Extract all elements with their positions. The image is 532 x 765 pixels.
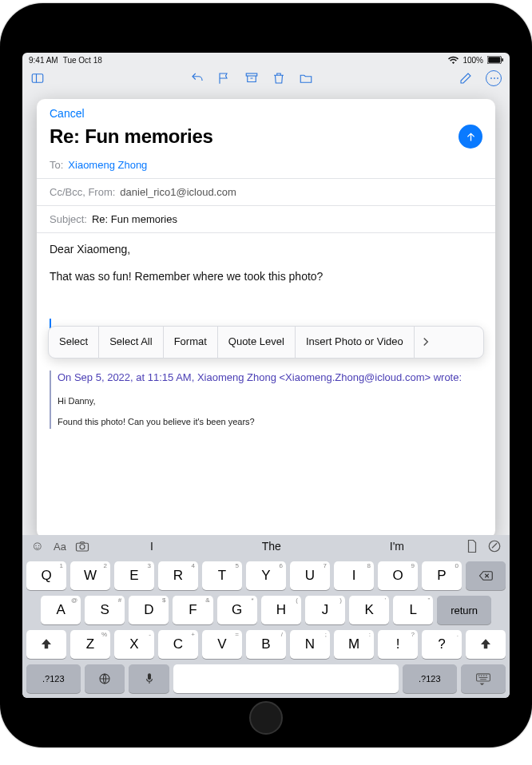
status-battery-text: 100%	[463, 56, 483, 65]
cancel-button[interactable]: Cancel	[50, 107, 482, 120]
onscreen-keyboard[interactable]: ☺ Aa I The I'm	[22, 535, 510, 698]
archive-icon[interactable]	[244, 71, 259, 85]
key-l[interactable]: L"	[393, 596, 433, 624]
ccbcc-label: Cc/Bcc, From:	[50, 186, 115, 198]
more-icon[interactable]: ⋯	[486, 70, 502, 86]
key-q[interactable]: Q1	[26, 561, 66, 590]
key-k[interactable]: K'	[349, 596, 389, 624]
key-r[interactable]: R4	[158, 561, 198, 590]
key-?[interactable]: ?.	[422, 630, 462, 659]
arrow-up-icon	[465, 131, 477, 143]
key-g[interactable]: G*	[217, 596, 257, 624]
from-value: daniel_rico1@icloud.com	[120, 186, 236, 198]
key-b[interactable]: B/	[246, 630, 286, 659]
reply-icon[interactable]	[190, 71, 204, 85]
ctx-insert-photo[interactable]: Insert Photo or Video	[296, 327, 415, 358]
prediction-2[interactable]: The	[262, 540, 281, 553]
key-e[interactable]: E3	[114, 561, 154, 590]
battery-icon	[487, 56, 503, 64]
key-h[interactable]: H(	[261, 596, 301, 624]
quote-header: On Sep 5, 2022, at 11:15 AM, Xiaomeng Zh…	[58, 371, 482, 386]
key-p[interactable]: P0	[422, 561, 462, 590]
key-i[interactable]: I8	[334, 561, 374, 590]
compose-body[interactable]: Dear Xiaomeng, That was so fun! Remember…	[37, 233, 495, 538]
to-value[interactable]: Xiaomeng Zhong	[68, 159, 147, 171]
mail-toolbar: ⋯	[22, 67, 510, 89]
key-o[interactable]: O9	[378, 561, 418, 590]
prediction-3[interactable]: I'm	[390, 540, 404, 553]
numbers-key-left[interactable]: .?123	[26, 664, 81, 693]
svg-point-8	[80, 545, 85, 549]
status-date: Tue Oct 18	[63, 56, 102, 65]
key-z[interactable]: Z%	[70, 630, 110, 659]
ctx-format[interactable]: Format	[164, 327, 218, 358]
prediction-1[interactable]: I	[150, 540, 153, 553]
ctx-quote-level[interactable]: Quote Level	[218, 327, 296, 358]
body-line-1: That was so fun! Remember where we took …	[50, 268, 482, 284]
key-row-3: Z%X-C+V=B/N;M:!??.	[26, 630, 506, 659]
shift-key-left[interactable]	[26, 630, 66, 659]
flag-icon[interactable]	[217, 71, 232, 85]
markup-key[interactable]	[486, 537, 503, 555]
ctx-more-arrow[interactable]	[415, 327, 437, 358]
svg-rect-1	[488, 57, 500, 63]
svg-rect-5	[246, 73, 257, 76]
key-d[interactable]: D$	[129, 596, 169, 624]
key-row-1: Q1W2E3R4T5Y6U7I8O9P0	[26, 561, 506, 590]
key-f[interactable]: F&	[173, 596, 212, 624]
emoji-key[interactable]: ☺	[29, 537, 46, 555]
camera-key[interactable]	[73, 537, 91, 555]
to-field[interactable]: To: Xiaomeng Zhong	[37, 152, 495, 179]
svg-rect-13	[148, 673, 151, 680]
key-u[interactable]: U7	[290, 561, 330, 590]
dismiss-keyboard-key[interactable]	[461, 664, 506, 693]
text-context-menu: Select Select All Format Quote Level Ins…	[48, 326, 484, 359]
wifi-icon	[448, 56, 459, 64]
quote-body-2: Found this photo! Can you believe it's b…	[58, 416, 482, 429]
key-v[interactable]: V=	[202, 630, 242, 659]
dictation-key[interactable]	[129, 664, 169, 693]
to-label: To:	[50, 159, 63, 171]
body-greeting: Dear Xiaomeng,	[50, 241, 482, 257]
send-button[interactable]	[459, 125, 482, 149]
svg-rect-3	[32, 74, 43, 83]
key-a[interactable]: A@	[41, 596, 81, 624]
text-format-key[interactable]: Aa	[51, 537, 69, 555]
spacebar-key[interactable]	[173, 664, 399, 693]
key-c[interactable]: C+	[158, 630, 198, 659]
quote-body-1: Hi Danny,	[58, 395, 482, 408]
backspace-key[interactable]	[466, 561, 506, 590]
key-x[interactable]: X-	[114, 630, 154, 659]
subject-field[interactable]: Subject: Re: Fun memories	[37, 206, 495, 233]
subject-value: Re: Fun memories	[92, 213, 177, 225]
return-key[interactable]: return	[437, 596, 491, 624]
key-w[interactable]: W2	[70, 561, 110, 590]
key-row-2: A@S#D$F&G*H(J)K'L"return	[26, 596, 506, 624]
sidebar-toggle-icon[interactable]	[30, 71, 45, 85]
status-time: 9:41 AM	[29, 56, 58, 65]
globe-key[interactable]	[85, 664, 125, 693]
key-n[interactable]: N;	[290, 630, 330, 659]
key-y[interactable]: Y6	[246, 561, 286, 590]
numbers-key-right[interactable]: .?123	[403, 664, 457, 693]
scan-document-key[interactable]	[463, 537, 481, 555]
key-s[interactable]: S#	[85, 596, 125, 624]
compose-title: Re: Fun memories	[50, 125, 213, 148]
ctx-select[interactable]: Select	[49, 327, 99, 358]
trash-icon[interactable]	[272, 71, 286, 85]
key-![interactable]: !?	[378, 630, 418, 659]
home-button[interactable]	[249, 701, 283, 735]
compose-icon[interactable]	[459, 71, 473, 85]
compose-sheet: Cancel Re: Fun memories To: Xiaomeng Zho…	[37, 99, 495, 538]
key-row-4: .?123 .?123	[26, 664, 506, 693]
key-j[interactable]: J)	[305, 596, 345, 624]
key-m[interactable]: M:	[334, 630, 374, 659]
shift-key-right[interactable]	[466, 630, 506, 659]
subject-label: Subject:	[50, 213, 87, 225]
key-t[interactable]: T5	[202, 561, 242, 590]
status-bar: 9:41 AM Tue Oct 18 100%	[22, 53, 510, 67]
move-folder-icon[interactable]	[299, 71, 313, 85]
ccbcc-field[interactable]: Cc/Bcc, From: daniel_rico1@icloud.com	[37, 179, 495, 206]
ctx-select-all[interactable]: Select All	[99, 327, 163, 358]
chevron-right-icon	[423, 337, 429, 347]
